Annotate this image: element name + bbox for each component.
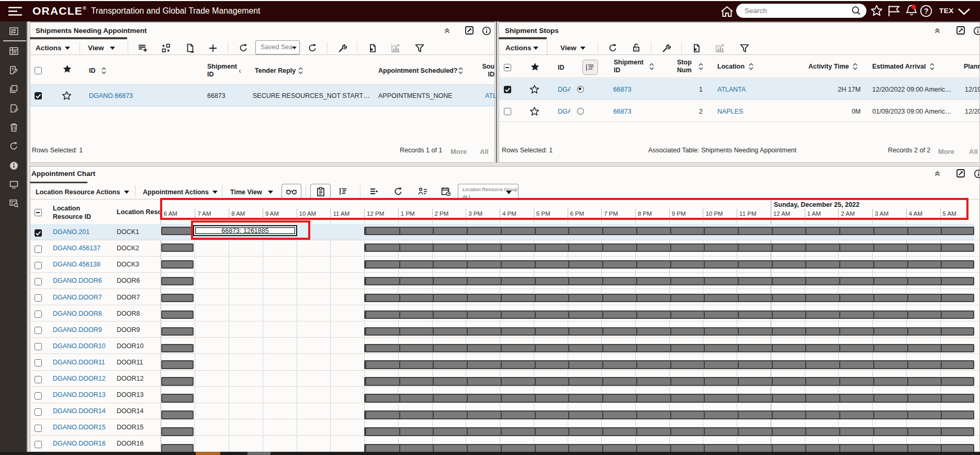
svg-text:?: ? xyxy=(924,7,929,15)
